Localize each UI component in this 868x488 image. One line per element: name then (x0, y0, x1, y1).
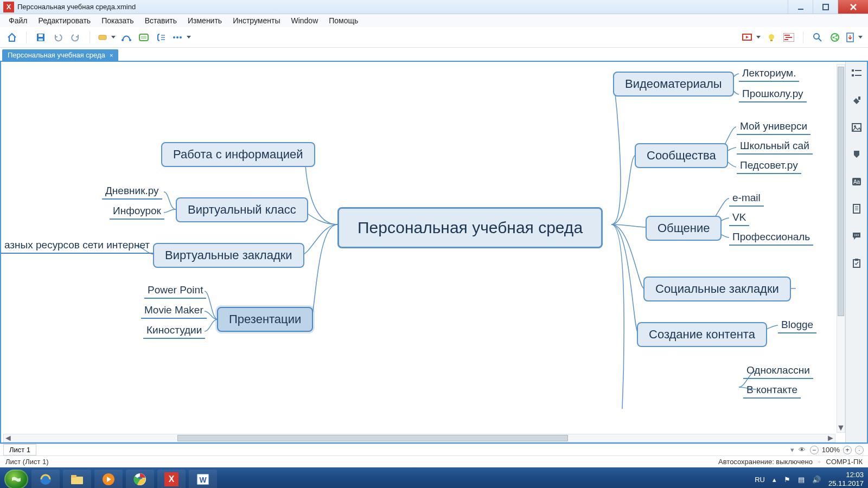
relationship-icon[interactable] (120, 31, 133, 44)
taskbar-explorer-icon[interactable] (63, 470, 91, 488)
filter-icon[interactable]: ▾ (790, 446, 794, 454)
task-icon[interactable] (851, 257, 863, 269)
tray-network-icon[interactable]: ▤ (798, 476, 805, 484)
menu-help[interactable]: Помощь (323, 15, 363, 26)
scroll-down-icon[interactable]: ▼ (837, 423, 845, 432)
tray-chevron-icon[interactable]: ▴ (773, 476, 776, 484)
svg-rect-36 (858, 97, 860, 100)
share-icon[interactable] (828, 31, 841, 44)
window-minimize-button[interactable] (788, 0, 813, 14)
menu-insert[interactable]: Вставить (139, 15, 182, 26)
svg-line-26 (819, 38, 821, 41)
leaf-blogger[interactable]: Blogge (778, 318, 816, 333)
topic-video[interactable]: Видеоматериалы (613, 72, 734, 97)
mindmap-canvas[interactable]: Персональная учебная среда Работа с инфо… (1, 62, 845, 442)
menu-modify[interactable]: Изменить (182, 15, 227, 26)
outline-icon[interactable] (851, 67, 863, 79)
sheet-footer: Лист 1 ▾ 👁 − 100% + · (0, 444, 868, 455)
visibility-icon[interactable]: 👁 (799, 446, 806, 454)
window-title: Персональная учебная среда.xmind (17, 3, 136, 11)
leaf-resources[interactable]: азных ресурсов сети интернет (1, 238, 153, 254)
tray-volume-icon[interactable]: 🔊 (812, 476, 821, 484)
leaf-lektorium[interactable]: Лекториум. (739, 66, 799, 82)
v-scroll-thumb[interactable] (838, 67, 844, 316)
horizontal-scrollbar[interactable]: ◄ ► (3, 434, 835, 442)
redo-icon[interactable] (69, 31, 82, 44)
leaf-email[interactable]: e-mail (729, 191, 764, 207)
leaf-vkontakte[interactable]: В контакте (743, 383, 801, 399)
leaf-proshkolu[interactable]: Прошколу.ру (739, 87, 807, 102)
scroll-left-icon[interactable]: ◄ (4, 434, 12, 442)
topic-info[interactable]: Работа с информацией (161, 142, 315, 167)
topic-virtual-class[interactable]: Виртуальный класс (176, 197, 308, 222)
leaf-moviemaker[interactable]: Movie Maker (141, 303, 207, 319)
summary-icon[interactable] (155, 31, 168, 44)
menu-edit[interactable]: Редактировать (33, 15, 96, 26)
more-icon[interactable] (172, 31, 191, 44)
topic-presentations[interactable]: Презентации (217, 307, 313, 332)
start-button[interactable] (4, 470, 28, 488)
home-icon[interactable] (5, 31, 18, 44)
vertical-scrollbar[interactable]: ▲ ▼ (837, 64, 845, 433)
notes-icon[interactable] (851, 203, 863, 215)
menu-window[interactable]: Window (285, 15, 323, 26)
window-close-button[interactable] (838, 0, 868, 14)
menu-file[interactable]: Файл (3, 15, 33, 26)
topic-community[interactable]: Сообщества (635, 143, 728, 168)
tray-flag-icon[interactable]: ⚑ (784, 476, 790, 484)
search-icon[interactable] (811, 31, 824, 44)
svg-rect-32 (852, 69, 854, 72)
image-icon[interactable] (851, 121, 863, 133)
leaf-dnevnik[interactable]: Дневник.ру (102, 184, 162, 200)
gantt-icon[interactable] (782, 31, 795, 44)
marker-icon[interactable] (851, 149, 863, 160)
taskbar-xmind-icon[interactable]: X (157, 470, 186, 488)
menu-bar: Файл Редактировать Показать Вставить Изм… (0, 14, 868, 27)
presentation-icon[interactable] (742, 31, 761, 44)
leaf-powerpoint[interactable]: Power Point (144, 283, 206, 299)
export-icon[interactable] (846, 31, 863, 44)
status-host: COMP1-ПК (826, 458, 863, 466)
taskbar-ie-icon[interactable] (31, 470, 60, 488)
idea-icon[interactable] (765, 31, 778, 44)
document-tab[interactable]: Персональная учебная среда × (2, 49, 118, 61)
zoom-out-button[interactable]: − (810, 446, 819, 454)
svg-rect-20 (770, 40, 773, 41)
zoom-fit-button[interactable]: · (855, 446, 864, 454)
topic-icon[interactable] (98, 31, 116, 44)
leaf-infourok[interactable]: Инфоурок (110, 204, 164, 220)
taskbar-chrome-icon[interactable] (126, 470, 154, 488)
comments-icon[interactable] (851, 230, 863, 242)
boundary-icon[interactable] (137, 31, 150, 44)
leaf-vk[interactable]: VK (729, 210, 749, 226)
undo-icon[interactable] (52, 31, 65, 44)
workspace: Персональная учебная среда Работа с инфо… (0, 61, 868, 444)
leaf-university[interactable]: Мой универси (737, 119, 810, 135)
taskbar-media-icon[interactable] (94, 470, 123, 488)
document-tab-close-icon[interactable]: × (110, 52, 113, 59)
tray-lang[interactable]: RU (755, 476, 765, 484)
scroll-right-icon[interactable]: ► (826, 434, 835, 442)
leaf-odnoklassniki[interactable]: Одноклассни (743, 363, 813, 379)
leaf-professional[interactable]: Профессиональ (729, 230, 813, 246)
leaf-school-site[interactable]: Школьный сай (737, 139, 813, 155)
sheet-tab[interactable]: Лист 1 (3, 444, 36, 455)
topic-social-bookmarks[interactable]: Социальные закладки (643, 277, 791, 301)
taskbar-word-icon[interactable]: W (189, 470, 217, 488)
tray-clock[interactable]: 12:03 25.11.2017 (828, 471, 864, 487)
topic-communication[interactable]: Общение (646, 216, 722, 241)
save-icon[interactable] (34, 31, 47, 44)
menu-show[interactable]: Показать (96, 15, 139, 26)
window-maximize-button[interactable] (813, 0, 838, 14)
central-topic[interactable]: Персональная учебная среда (337, 207, 603, 248)
menu-tools[interactable]: Инструменты (227, 15, 285, 26)
leaf-kinostudii[interactable]: Киностудии (143, 323, 205, 339)
format-icon[interactable] (851, 94, 863, 106)
taskbar: X W RU ▴ ⚑ ▤ 🔊 12:03 25.11.2017 (0, 467, 868, 488)
topic-virtual-bookmarks[interactable]: Виртуальные закладки (153, 243, 304, 268)
text-style-icon[interactable]: Aa (851, 176, 863, 188)
h-scroll-thumb[interactable] (177, 435, 568, 441)
leaf-pedsovet[interactable]: Педсовет.ру (737, 158, 801, 174)
topic-content-creation[interactable]: Создание контента (637, 322, 767, 347)
zoom-in-button[interactable]: + (843, 446, 852, 454)
